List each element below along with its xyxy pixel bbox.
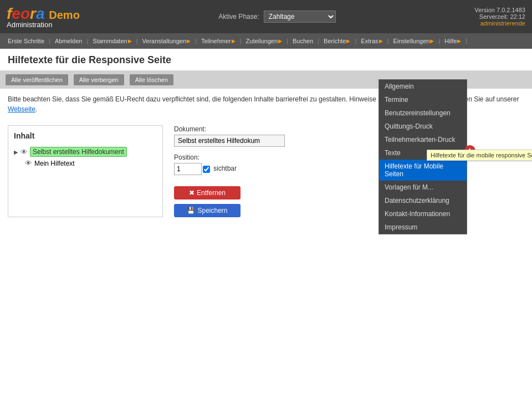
logo-r: r (30, 5, 36, 22)
logo-f: f (7, 5, 12, 22)
tooltip: Hilfetexte für die mobile responsive Sei… (427, 150, 532, 161)
header-right: Version 7.0.2.1483 Serverzeit: 22:12 adm… (474, 7, 525, 27)
sichtbar-checkbox[interactable] (203, 166, 210, 173)
form-panel: Dokument: Position: sichtbar ✖Entfernen … (174, 125, 524, 217)
aktive-phase-select[interactable]: Zahltage (264, 11, 336, 23)
info-link[interactable]: Webseite (8, 105, 35, 113)
nav-erste-schritte[interactable]: Erste Schritte (4, 38, 48, 44)
page-title: Hilfetexte für die Responsive Seite (8, 54, 524, 66)
eye-icon[interactable]: 👁 (21, 148, 28, 156)
version-label: Version 7.0.2.1483 (474, 7, 525, 13)
server-time-label: Serverzeit: 22:12 (474, 13, 525, 20)
dropdown-item-impressum[interactable]: Impressum (379, 221, 467, 234)
action-buttons: ✖Entfernen 💾Speichern (174, 186, 524, 217)
dropdown-item-quittung[interactable]: Quittungs-Druck (379, 120, 467, 133)
save-button[interactable]: 💾Speichern (174, 204, 241, 217)
logo: feora Demo Administration (7, 5, 80, 29)
inhalt-panel: Inhalt ▶ 👁 Selbst erstelltes Hilfedokume… (8, 125, 163, 217)
dropdown-item-hilfetexte-mobile[interactable]: Hilfetexte für Mobile Seiten (379, 160, 467, 181)
logo-o: o (21, 5, 30, 22)
dropdown-item-vorlagen[interactable]: Vorlagen für M... (379, 181, 467, 194)
tree-sub-label[interactable]: Mein Hilfetext (34, 160, 75, 167)
dokument-input[interactable] (174, 135, 285, 147)
header-center: Aktive Phase: Zahltage (218, 11, 335, 23)
nav-zuteilungen[interactable]: Zuteilungen▶ (243, 38, 286, 44)
delete-all-button[interactable]: Alle löschen (130, 74, 173, 85)
header: feora Demo Administration Aktive Phase: … (0, 0, 532, 33)
save-icon: 💾 (187, 207, 195, 214)
hide-all-button[interactable]: Alle verbergen (74, 74, 124, 85)
tree-sub-item: 👁 Mein Hilfetext (25, 158, 157, 168)
position-input[interactable] (174, 163, 202, 175)
logo-demo: Demo (49, 9, 80, 21)
publish-all-button[interactable]: Alle veröffentlichen (6, 74, 68, 85)
tree-item-root: ▶ 👁 Selbst erstelltes Hilfedokument (14, 146, 157, 158)
tree-label-selected[interactable]: Selbst erstelltes Hilfedokument (30, 147, 127, 157)
logo-area: feora Demo Administration (7, 5, 80, 29)
logo-e: e (12, 5, 21, 22)
dropdown-item-datenschutz[interactable]: Datenschutzerklärung (379, 194, 467, 207)
tree-toggle-icon[interactable]: ▶ (14, 149, 18, 155)
aktive-phase-label: Aktive Phase: (218, 13, 259, 21)
nav-veranstaltungen[interactable]: Veranstaltungen▶ (139, 38, 195, 44)
nav-abmelden[interactable]: Abmelden (52, 38, 86, 44)
dropdown-item-benutzer[interactable]: Benutzereinstellungen (379, 106, 467, 120)
nav-extras[interactable]: Extras▶ (357, 38, 386, 44)
sichtbar-label: sichtbar (213, 165, 237, 172)
admin-user-link[interactable]: administrierende (474, 20, 525, 27)
remove-button[interactable]: ✖Entfernen (174, 186, 241, 200)
nav-berichte[interactable]: Berichte▶ (320, 38, 354, 44)
sub-eye-icon[interactable]: 👁 (25, 159, 32, 167)
logo-admin: Administration (7, 21, 80, 29)
remove-icon: ✖ (189, 189, 195, 197)
sichtbar-row: sichtbar (203, 165, 237, 174)
dokument-label: Dokument: (174, 125, 524, 133)
navbar: Erste Schritte | Abmelden | Stammdaten▶ … (0, 33, 532, 49)
nav-stammdaten[interactable]: Stammdaten▶ (89, 38, 135, 44)
dropdown-item-termine[interactable]: Termine (379, 93, 467, 106)
inhalt-title: Inhalt (14, 131, 157, 140)
nav-hilfe[interactable]: Hilfe▶ (441, 38, 464, 44)
tree-sub: 👁 Mein Hilfetext (25, 158, 157, 168)
dropdown-item-teilnehmer-karten[interactable]: Teilnehmerkarten-Druck (379, 133, 467, 146)
nav-einstellungen[interactable]: Einstellungen▶ (390, 38, 437, 44)
dropdown-item-allgemein[interactable]: Allgemein (379, 80, 467, 93)
logo-a: a (36, 5, 45, 22)
dokument-row: Dokument: (174, 125, 524, 147)
nav-teilnehmer[interactable]: Teilnehmer▶ (198, 38, 239, 44)
dropdown-item-kontakt[interactable]: Kontakt-Informationen (379, 207, 467, 221)
nav-buchen[interactable]: Buchen (289, 38, 316, 44)
page-title-bar: Hilfetexte für die Responsive Seite (0, 49, 532, 71)
